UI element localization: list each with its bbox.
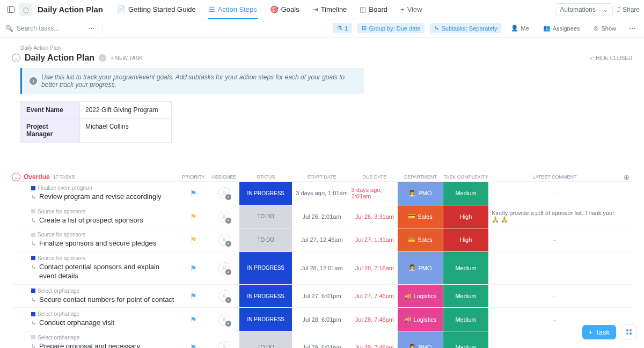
overflow-icon[interactable]: ⋯ [626, 22, 639, 35]
complexity-pill[interactable]: Medium [443, 308, 489, 331]
task-name: Finalize sponsors and secure pledges [39, 239, 156, 248]
due-date[interactable]: Jul 28, 7:46pm [355, 316, 394, 323]
col-complexity[interactable]: TASK COMPLEXITY [443, 174, 489, 180]
new-task-button[interactable]: + NEW TASK [111, 55, 143, 61]
due-date[interactable]: Jul 27, 1:31am [355, 236, 394, 243]
department-pill[interactable]: 👩‍💼PMO [398, 182, 443, 205]
complexity-pill[interactable]: High [443, 228, 489, 251]
col-department[interactable]: DEPARTMENT [398, 174, 443, 180]
search-input[interactable]: 🔍 Search tasks... [5, 25, 80, 32]
start-date[interactable]: Jul 26, 2:01am [302, 213, 341, 220]
col-priority[interactable]: PRIORITY [178, 174, 209, 180]
due-date[interactable]: 3 days ago, 2:01am [352, 187, 398, 199]
col-assignee[interactable]: ASSIGNEE [209, 174, 239, 180]
start-date[interactable]: Jul 28, 6:01pm [302, 316, 341, 323]
tab-add-view[interactable]: + View [395, 0, 428, 19]
latest-comment[interactable]: – [488, 182, 620, 205]
priority-flag-icon[interactable]: ⚑ [190, 212, 197, 221]
assignee-placeholder[interactable] [218, 290, 230, 302]
status-pill[interactable]: TO DO [239, 228, 292, 251]
hide-closed-toggle[interactable]: ✓ HIDE CLOSED [589, 55, 632, 61]
status-pill[interactable]: TO DO [239, 331, 292, 348]
task-row[interactable]: Source for sponsors ↳ Finalize sponsors … [12, 228, 632, 251]
show-chip[interactable]: ◎ Show [589, 23, 620, 33]
filter-count-chip[interactable]: ⚗ 1 [333, 23, 352, 33]
apps-fab[interactable] [621, 324, 636, 339]
assignees-chip[interactable]: 👥 Assignees [539, 23, 584, 33]
latest-comment[interactable]: – [488, 228, 620, 251]
group-by-chip[interactable]: ⊞ Group by: Due date [357, 23, 425, 33]
info-icon[interactable]: i [99, 54, 106, 62]
latest-comment[interactable]: Kindly provide a pdf of sponsor list. Th… [488, 205, 620, 228]
parent-task-name: Select orphanage [38, 335, 79, 340]
priority-flag-icon[interactable]: ⚑ [190, 343, 197, 348]
assignee-placeholder[interactable] [218, 234, 230, 246]
department-pill[interactable]: 🚚Logistics [398, 285, 443, 308]
priority-flag-icon[interactable]: ⚑ [190, 264, 197, 272]
sidebar-toggle-icon[interactable] [4, 3, 17, 16]
more-icon[interactable]: ⋯ [85, 22, 98, 35]
latest-comment[interactable]: – [488, 252, 620, 284]
collapse-toggle-icon[interactable]: ⌄ [12, 54, 20, 62]
due-date[interactable]: Jul 26, 3:31am [355, 213, 394, 220]
assignee-placeholder[interactable] [218, 262, 230, 274]
tab-getting-started[interactable]: 📄 Getting Started Guide [112, 0, 201, 19]
assignee-placeholder[interactable] [218, 211, 230, 223]
due-date[interactable]: Jul 28, 2:16am [355, 265, 394, 271]
department-pill[interactable]: 🚚Logistics [398, 308, 443, 331]
start-date[interactable]: Jul 29, 6:01pm [302, 344, 341, 348]
task-row[interactable]: Source for sponsors ↳ Contact potential … [12, 251, 632, 284]
assignee-placeholder[interactable] [218, 342, 230, 348]
priority-flag-icon[interactable]: ⚑ [190, 189, 197, 197]
new-task-fab[interactable]: + Task [582, 325, 616, 339]
department-pill[interactable]: 👩‍💼PMO [398, 252, 443, 284]
group-collapse-icon[interactable]: ⌄ [12, 173, 20, 181]
group-name[interactable]: Overdue [24, 173, 50, 181]
automations-button[interactable]: Automations ⌄ [555, 3, 613, 16]
task-row[interactable]: Select orphanage ↳ Conduct orphanage vis… [12, 307, 632, 331]
department-pill[interactable]: 💳Sales [398, 228, 443, 251]
latest-comment[interactable]: – [488, 285, 620, 308]
complexity-pill[interactable]: Medium [443, 182, 489, 205]
task-row[interactable]: Finalize event program ↳ Review program … [12, 181, 632, 205]
subtasks-chip[interactable]: ↳ Subtasks: Separately [430, 23, 501, 33]
task-row[interactable]: Source for sponsors ↳ Create a list of p… [12, 205, 632, 228]
tab-action-steps[interactable]: ☰ Action Steps [203, 0, 262, 19]
complexity-pill[interactable]: High [443, 205, 489, 228]
list-icon[interactable]: ◌ [19, 3, 32, 16]
col-start-date[interactable]: START DATE [292, 174, 352, 180]
info-icon: i [30, 77, 37, 85]
start-date[interactable]: 3 days ago, 1:01am [296, 190, 348, 196]
start-date[interactable]: Jul 27, 12:46am [301, 236, 342, 243]
col-comment[interactable]: LATEST COMMENT [488, 174, 620, 180]
assignee-placeholder[interactable] [218, 314, 230, 325]
status-pill[interactable]: IN PROGRESS [239, 252, 292, 284]
start-date[interactable]: Jul 27, 6:01pm [302, 293, 341, 299]
complexity-pill[interactable]: Medium [443, 252, 489, 284]
status-pill[interactable]: IN PROGRESS [239, 182, 292, 205]
department-pill[interactable]: 👩‍💼PMO [398, 331, 443, 348]
tab-timeline[interactable]: ⇥ Timeline [307, 0, 353, 19]
task-row[interactable]: Select orphanage ↳ Secure contact number… [12, 284, 632, 308]
task-row[interactable]: Select orphanage ↳ Prepare proposal and … [12, 331, 632, 348]
complexity-pill[interactable]: Medium [443, 331, 489, 348]
status-pill[interactable]: IN PROGRESS [239, 308, 292, 331]
add-column-icon[interactable]: ⊕ [620, 173, 632, 181]
status-pill[interactable]: IN PROGRESS [239, 285, 292, 308]
col-due-date[interactable]: DUE DATE [352, 174, 398, 180]
tab-goals[interactable]: 🎯 Goals [265, 0, 305, 19]
priority-flag-icon[interactable]: ⚑ [190, 315, 197, 324]
due-date[interactable]: Jul 29, 7:46pm [355, 344, 394, 348]
tab-board[interactable]: ◫ Board [354, 0, 393, 19]
priority-flag-icon[interactable]: ⚑ [190, 235, 197, 244]
assignee-placeholder[interactable] [218, 187, 230, 199]
me-chip[interactable]: 👤 Me [507, 23, 533, 33]
col-status[interactable]: STATUS [239, 174, 292, 180]
priority-flag-icon[interactable]: ⚑ [190, 292, 197, 300]
share-button[interactable]: ⤴ Share [617, 6, 640, 13]
status-pill[interactable]: TO DO [239, 205, 292, 228]
due-date[interactable]: Jul 27, 7:46pm [355, 293, 394, 299]
department-pill[interactable]: 💳Sales [398, 205, 443, 228]
complexity-pill[interactable]: Medium [443, 285, 489, 308]
start-date[interactable]: Jul 28, 12:01am [301, 265, 342, 271]
